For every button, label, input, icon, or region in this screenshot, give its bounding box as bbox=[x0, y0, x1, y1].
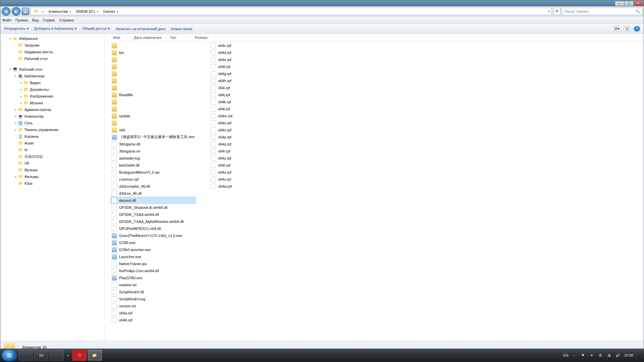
tree-item[interactable]: ▸Видео bbox=[0, 79, 104, 86]
breadcrumb-computer[interactable]: Компьютер▸ bbox=[47, 8, 74, 15]
tree-item[interactable]: ▸Компьютер bbox=[0, 113, 104, 120]
tree-item[interactable]: Корзина bbox=[0, 133, 104, 140]
file-item[interactable]: ReadMe bbox=[110, 91, 196, 98]
file-item[interactable]: x64 bbox=[110, 126, 196, 133]
menu-help[interactable]: Справка bbox=[59, 18, 74, 22]
taskbar-item[interactable] bbox=[50, 350, 64, 361]
file-item[interactable]: common.rpf bbox=[110, 176, 196, 183]
file-item[interactable]: GFSDK_TXAA_AlphaResolve.win64.dll bbox=[110, 218, 196, 225]
file-item[interactable]: dsound.dll bbox=[110, 197, 196, 204]
breadcrumb-folder[interactable]: Games▸ bbox=[101, 8, 121, 15]
file-item[interactable]: x64r.rpf bbox=[209, 147, 234, 155]
file-item[interactable] bbox=[110, 105, 196, 112]
tree-expander-icon[interactable]: ▸ bbox=[19, 88, 23, 91]
file-item[interactable]: ScriptHookV.log bbox=[110, 295, 196, 302]
column-header[interactable]: Размер bbox=[192, 34, 216, 41]
file-item[interactable]: PlayGTAV.exe bbox=[110, 274, 196, 281]
file-item[interactable]: x64w.rpf bbox=[209, 183, 234, 190]
tree-item[interactable]: ▸Сеть bbox=[0, 120, 104, 126]
file-item[interactable]: x64u.rpf bbox=[209, 169, 234, 176]
minimize-button[interactable]: — bbox=[615, 1, 624, 6]
menu-edit[interactable]: Правка bbox=[15, 18, 28, 22]
file-item[interactable]: readme.txt bbox=[110, 281, 196, 288]
file-item[interactable]: GTA5.exe bbox=[110, 239, 196, 246]
menu-tools[interactable]: Сервис bbox=[43, 18, 55, 22]
file-item[interactable]: x64p.rpf bbox=[209, 133, 234, 140]
tree-item[interactable]: hr bbox=[0, 146, 104, 153]
menu-view[interactable]: Вид bbox=[32, 18, 39, 22]
add-to-library-button[interactable]: Добавить в библиотеку ▾ bbox=[34, 26, 77, 31]
column-header[interactable]: Дата изменения bbox=[131, 34, 167, 41]
file-item[interactable]: x64a.rpf bbox=[110, 309, 196, 316]
breadcrumb-root-icon[interactable]: ▸ bbox=[32, 8, 47, 15]
file-item[interactable]: x64o.rpf bbox=[209, 126, 234, 133]
tree-item[interactable]: ▸Избранное bbox=[0, 35, 104, 42]
network-icon[interactable]: 🖧 bbox=[606, 353, 612, 358]
file-item[interactable]: GTAVLauncher.exe bbox=[110, 246, 196, 253]
up-button[interactable]: ▲ bbox=[22, 8, 29, 15]
tree-item[interactable]: ⒶⒷⒸⒹⒺ bbox=[0, 153, 104, 160]
tree-item[interactable]: Загрузки bbox=[0, 42, 104, 49]
close-button[interactable]: ✕ bbox=[634, 1, 643, 6]
clock[interactable]: 16:08 bbox=[624, 353, 633, 357]
file-item[interactable] bbox=[110, 42, 196, 49]
search-icon[interactable]: 🔍 bbox=[633, 9, 642, 13]
tree-item[interactable]: Asset bbox=[0, 140, 104, 146]
file-item[interactable] bbox=[110, 84, 196, 91]
file-item[interactable] bbox=[110, 77, 196, 84]
file-item[interactable] bbox=[110, 70, 196, 77]
tree-item[interactable]: ▸Изображения bbox=[0, 93, 104, 100]
tree-item[interactable]: ▸Библиотеки bbox=[0, 73, 104, 79]
tree-expander-icon[interactable]: ▾ bbox=[8, 68, 12, 71]
tree-expander-icon[interactable]: ▸ bbox=[19, 81, 23, 84]
organize-button[interactable]: Упорядочить ▾ bbox=[4, 26, 29, 31]
tree-expander-icon[interactable]: ▸ bbox=[14, 128, 18, 131]
file-item[interactable]: 3dmgame.ini bbox=[110, 147, 196, 155]
show-desktop-button[interactable] bbox=[637, 350, 639, 360]
tree-expander-icon[interactable]: ▸ bbox=[19, 101, 23, 105]
file-item[interactable] bbox=[110, 63, 196, 70]
tree-item[interactable]: ▸Музыка bbox=[0, 100, 104, 106]
share-button[interactable]: Общий доступ ▾ bbox=[82, 26, 110, 31]
preview-pane-button[interactable]: ◫ bbox=[624, 26, 630, 32]
file-item[interactable]: bink2w64.dll bbox=[110, 162, 196, 169]
tree-item[interactable]: Рабочий стол bbox=[0, 55, 104, 62]
file-item[interactable]: NativeTrainer.asi bbox=[110, 260, 196, 267]
file-item[interactable]: d3dcompiler_46.dll bbox=[110, 183, 196, 190]
file-item[interactable]: x64t.rpf bbox=[209, 162, 234, 169]
file-item[interactable]: x64s.rpf bbox=[209, 155, 234, 162]
file-item[interactable]: x64l.rpf bbox=[209, 105, 234, 112]
file-item[interactable]: x64m.rpf bbox=[209, 112, 234, 119]
column-header[interactable]: Тип bbox=[167, 34, 192, 41]
navigation-pane[interactable]: ▸ИзбранноеЗагрузкиНедавние местаРабочий … bbox=[0, 34, 104, 341]
file-item[interactable]: Launcher.exe bbox=[110, 253, 196, 260]
back-button[interactable]: ◄ bbox=[2, 7, 10, 16]
language-indicator[interactable]: EN bbox=[563, 353, 568, 357]
file-item[interactable]: GFSDK_TXAA.win64.dll bbox=[110, 211, 196, 218]
tree-item[interactable]: ▸Администратор bbox=[0, 106, 104, 113]
file-area[interactable]: bin ReadMe update x64《侠盗猎车5》中文版注册表一键恢复工具… bbox=[104, 41, 644, 341]
tree-item[interactable]: ▸Фильмы bbox=[0, 173, 104, 180]
file-item[interactable]: bin bbox=[110, 49, 196, 56]
file-item[interactable]: ScriptHookV.dll bbox=[110, 288, 196, 295]
file-item[interactable]: GPUPerfAPIDX11-x64.dll bbox=[110, 225, 196, 232]
file-item[interactable]: d3dcsx_46.dll bbox=[110, 190, 196, 197]
tree-item[interactable]: Юра bbox=[0, 180, 104, 187]
taskbar-overflow[interactable]: » bbox=[65, 350, 71, 361]
menu-file[interactable]: Файл bbox=[2, 18, 11, 22]
tray-icon[interactable]: ⚑ bbox=[580, 353, 586, 358]
volume-icon[interactable]: 🔊 bbox=[615, 353, 621, 358]
file-item[interactable]: 《侠盗猎车5》中文版注册表一键恢复工具.exe bbox=[110, 133, 196, 140]
taskbar-item[interactable] bbox=[19, 350, 33, 361]
file-item[interactable]: asiloader.log bbox=[110, 155, 196, 162]
file-item[interactable]: version.txt bbox=[110, 302, 196, 309]
file-item[interactable]: x64j.rpf bbox=[209, 91, 234, 98]
tree-item[interactable]: ▸Панель управления bbox=[0, 126, 104, 133]
forward-button[interactable]: ► bbox=[12, 7, 20, 16]
tree-expander-icon[interactable]: ▸ bbox=[14, 108, 18, 111]
help-button[interactable]: ? bbox=[634, 26, 640, 32]
file-item[interactable]: x64e.rpf bbox=[209, 56, 234, 63]
tray-icon[interactable]: ▫ bbox=[572, 353, 577, 358]
file-item[interactable]: update bbox=[110, 112, 196, 119]
tree-expander-icon[interactable]: ▸ bbox=[19, 95, 23, 98]
